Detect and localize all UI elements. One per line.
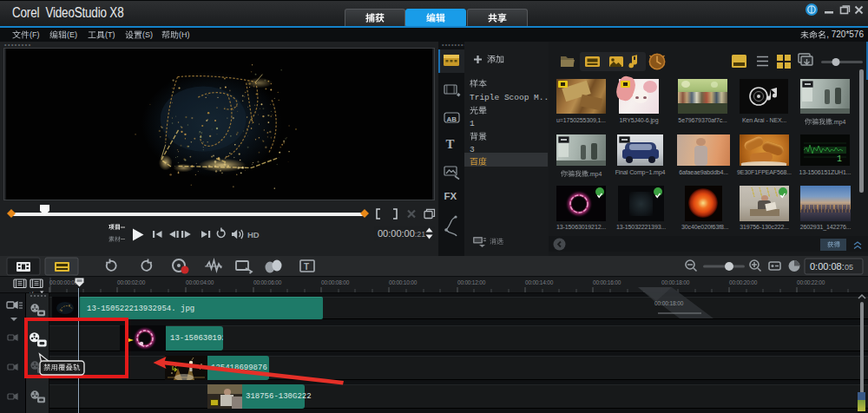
- svg-text:T: T: [304, 262, 309, 272]
- svg-text:0:00:08:: 0:00:08:: [810, 261, 845, 272]
- svg-text:1: 1: [837, 154, 842, 164]
- svg-text:05: 05: [845, 263, 853, 272]
- svg-text:00:00:20:00: 00:00:20:00: [729, 279, 758, 285]
- svg-text:00:00:08:00: 00:00:08:00: [321, 279, 350, 285]
- svg-text:FX: FX: [444, 191, 457, 201]
- svg-text:00:00:10:00: 00:00:10:00: [389, 279, 418, 285]
- svg-text:00:00:14:00: 00:00:14:00: [525, 279, 554, 285]
- svg-text:00:00:02:00: 00:00:02:00: [117, 279, 146, 285]
- svg-text:00:00:04:00: 00:00:04:00: [186, 279, 214, 285]
- svg-text:AB: AB: [447, 115, 457, 123]
- svg-text:00:00:06:00: 00:00:06:00: [253, 279, 282, 285]
- svg-text:00:00:18:00: 00:00:18:00: [661, 279, 690, 285]
- svg-text:00:00:12:00: 00:00:12:00: [457, 279, 486, 285]
- svg-text:HD: HD: [247, 230, 260, 239]
- svg-text:00:00:22:00: 00:00:22:00: [797, 279, 825, 285]
- svg-text:T: T: [446, 137, 455, 151]
- svg-text:00:00:00:00: 00:00:00:00: [49, 279, 78, 285]
- svg-text:00:00:16:00: 00:00:16:00: [593, 279, 621, 285]
- svg-text:00:00:18:00: 00:00:18:00: [654, 300, 684, 306]
